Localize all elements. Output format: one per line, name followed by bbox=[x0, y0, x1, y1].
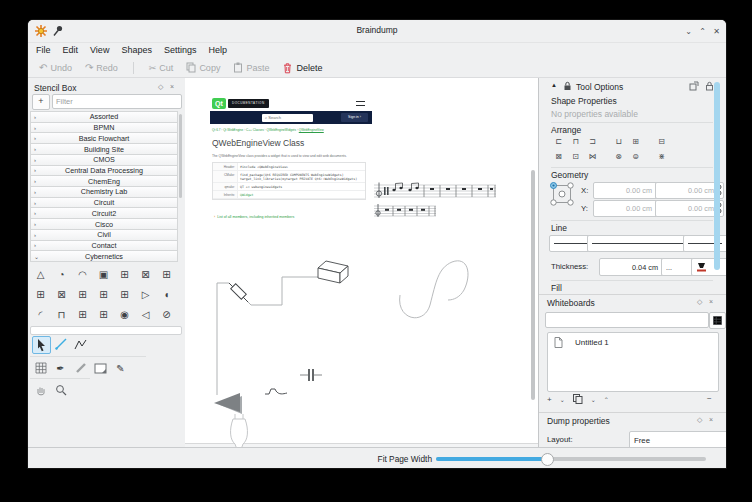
add-stencil-button[interactable]: + bbox=[32, 94, 50, 110]
align-left-button[interactable]: ⊏ bbox=[551, 136, 566, 149]
x-position-spinbox[interactable]: 0.00 cm ⌃⌄ bbox=[593, 182, 662, 199]
float-dock-icon[interactable]: ◇ bbox=[697, 298, 702, 306]
collapse-triangle-icon[interactable]: ▲ bbox=[551, 82, 557, 88]
minimize-icon[interactable]: ⌄ bbox=[682, 25, 695, 38]
duplicate-icon[interactable] bbox=[573, 394, 583, 404]
line-color-button[interactable] bbox=[691, 258, 726, 276]
select-tool-button[interactable] bbox=[32, 336, 51, 354]
stencil-shape-10[interactable]: ⊞ bbox=[72, 284, 93, 304]
grid-tool-button[interactable] bbox=[32, 360, 49, 376]
stencil-shape-2[interactable]: ◔ bbox=[51, 264, 72, 284]
stencil-shape-4[interactable]: ▣ bbox=[93, 264, 114, 284]
stencil-shape-6[interactable]: ⊠ bbox=[135, 264, 156, 284]
chevron-down-icon[interactable]: ⌄ bbox=[560, 396, 565, 403]
line-style-combo[interactable] bbox=[587, 235, 696, 252]
capacitor-shape[interactable] bbox=[300, 369, 322, 381]
polyline-tool-button[interactable] bbox=[72, 336, 89, 352]
speaker-triangle-shape[interactable] bbox=[214, 393, 242, 414]
title-bar[interactable]: Braindump ⌄ ⌃ ✕ bbox=[28, 20, 726, 43]
rotated-component-shape[interactable] bbox=[229, 283, 248, 302]
align-bottom-button[interactable]: ⊟ bbox=[654, 136, 669, 149]
maximize-icon[interactable]: ⌃ bbox=[696, 25, 709, 38]
close-icon[interactable]: ✕ bbox=[710, 25, 723, 38]
calligraphy-tool-button[interactable]: ✒ bbox=[52, 360, 69, 376]
paste-button[interactable]: Paste bbox=[233, 62, 269, 73]
stencil-shape-13[interactable]: ▷ bbox=[135, 284, 156, 304]
stencil-list-scrollbar[interactable] bbox=[179, 114, 182, 198]
connector-wire-shape[interactable] bbox=[217, 277, 318, 395]
zoom-slider-track[interactable] bbox=[436, 457, 706, 461]
tool-options-scrollbar[interactable] bbox=[714, 82, 720, 270]
stencil-shape-14[interactable]: ◖ bbox=[156, 284, 177, 304]
thickness-spinbox[interactable]: 0.04 cm ⌃⌄ bbox=[599, 258, 668, 276]
stencil-shape-16[interactable]: ⊓ bbox=[51, 304, 72, 324]
frame-tool-button[interactable] bbox=[92, 360, 109, 376]
menu-settings[interactable]: Settings bbox=[164, 45, 197, 55]
menu-edit[interactable]: Edit bbox=[63, 45, 79, 55]
zoom-slider-handle[interactable] bbox=[541, 453, 554, 466]
stencil-filter-input[interactable] bbox=[52, 94, 182, 109]
stencil-shape-17[interactable]: ⊞ bbox=[72, 304, 93, 324]
stencil-shape-15[interactable]: ◜ bbox=[30, 304, 51, 324]
send-backward-button[interactable]: ⋇ bbox=[654, 151, 669, 164]
copy-button[interactable]: Copy bbox=[186, 62, 220, 73]
delete-button[interactable]: Delete bbox=[282, 62, 322, 74]
stencil-shape-11[interactable]: ⊞ bbox=[93, 284, 114, 304]
menu-view[interactable]: View bbox=[90, 45, 109, 55]
align-right-button[interactable]: ⊐ bbox=[585, 136, 600, 149]
move-down-icon[interactable]: ⌄ bbox=[591, 396, 596, 403]
float-dock-icon[interactable]: ◇ bbox=[697, 416, 702, 424]
switch-shape[interactable] bbox=[265, 389, 287, 394]
lock-panel-icon[interactable] bbox=[705, 81, 714, 91]
bring-forward-button[interactable]: ⊜ bbox=[628, 151, 643, 164]
stencil-shape-1[interactable]: △ bbox=[30, 264, 51, 284]
menu-shapes[interactable]: Shapes bbox=[121, 45, 152, 55]
whiteboard-name-input[interactable] bbox=[545, 312, 709, 328]
line-title: Line bbox=[551, 223, 567, 233]
iso-box-shape[interactable] bbox=[318, 261, 348, 283]
menu-file[interactable]: File bbox=[36, 45, 51, 55]
close-dock-icon[interactable]: × bbox=[709, 298, 713, 306]
float-dock-icon[interactable]: ◇ bbox=[158, 83, 163, 91]
undock-icon[interactable] bbox=[689, 81, 699, 91]
close-dock-icon[interactable]: × bbox=[709, 416, 713, 424]
move-up-icon[interactable]: ⌃ bbox=[604, 396, 609, 403]
line-tool-button[interactable] bbox=[52, 336, 69, 352]
whiteboard-view-button[interactable] bbox=[709, 312, 726, 329]
pan-tool-button[interactable] bbox=[32, 382, 49, 398]
align-center-vertical-button[interactable]: ⊞ bbox=[628, 136, 643, 149]
brush-tool-button[interactable] bbox=[72, 360, 89, 376]
distribute-vertical-button[interactable]: ⊡ bbox=[568, 151, 583, 164]
redo-button[interactable]: ↷ Redo bbox=[85, 62, 118, 73]
stencil-shape-8[interactable]: ⊞ bbox=[30, 284, 51, 304]
anchor-selector[interactable] bbox=[549, 181, 576, 208]
pencil-tool-button[interactable]: ✎ bbox=[112, 360, 129, 376]
stencil-shape-5[interactable]: ⊞ bbox=[114, 264, 135, 284]
ungroup-shapes-button[interactable]: ⊗ bbox=[611, 151, 626, 164]
remove-whiteboard-button[interactable]: − bbox=[707, 394, 712, 403]
stencil-shape-19[interactable]: ◉ bbox=[114, 304, 135, 324]
flask-shape[interactable] bbox=[231, 414, 248, 447]
distribute-horizontal-button[interactable]: ⊠ bbox=[551, 151, 566, 164]
stencil-shape-7[interactable]: ⊞ bbox=[156, 264, 177, 284]
zoom-tool-button[interactable] bbox=[52, 382, 69, 398]
undo-button[interactable]: ↶ Undo bbox=[39, 62, 72, 73]
add-whiteboard-button[interactable]: + bbox=[547, 395, 552, 404]
whiteboard-list-item[interactable]: Untitled 1 bbox=[548, 333, 718, 348]
stencil-shape-21[interactable]: ⊘ bbox=[156, 304, 177, 324]
cut-button[interactable]: ✂ Cut bbox=[149, 63, 174, 73]
stencil-category[interactable]: ⌄Cybernetics bbox=[30, 250, 178, 262]
align-top-button[interactable]: ⊔ bbox=[611, 136, 626, 149]
close-dock-icon[interactable]: × bbox=[170, 83, 174, 91]
align-center-horizontal-button[interactable]: ⊓ bbox=[568, 136, 583, 149]
stencil-shape-18[interactable]: ⊞ bbox=[93, 304, 114, 324]
stencil-shape-20[interactable]: ◁ bbox=[135, 304, 156, 324]
stencil-shape-9[interactable]: ⊠ bbox=[51, 284, 72, 304]
section-divider bbox=[551, 220, 713, 221]
stencil-shape-3[interactable]: ◠ bbox=[72, 264, 93, 284]
stencil-shape-12[interactable]: ⊞ bbox=[114, 284, 135, 304]
group-shapes-button[interactable]: ⋈ bbox=[585, 151, 600, 164]
y-position-spinbox[interactable]: 0.00 cm ⌃⌄ bbox=[593, 200, 662, 217]
menu-help[interactable]: Help bbox=[208, 45, 227, 55]
sine-curve-shape[interactable] bbox=[400, 261, 468, 318]
